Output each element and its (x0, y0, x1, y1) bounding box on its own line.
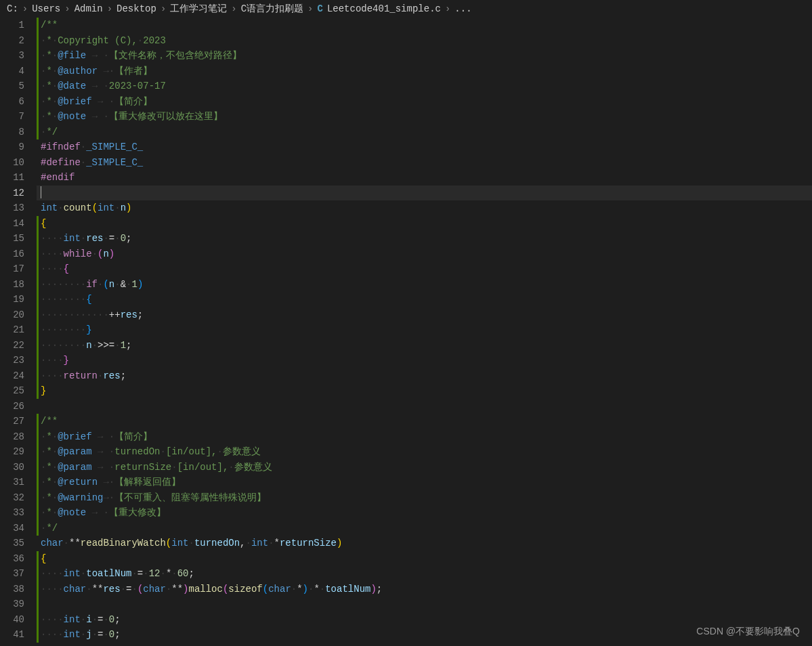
code-line[interactable]: ·*·@return →·【解释返回值】 (37, 475, 812, 490)
line-number: 6 (0, 94, 24, 110)
code-line[interactable]: ·*·@note → ·【重大修改】 (37, 505, 812, 521)
line-number: 17 (0, 261, 24, 277)
code-line[interactable]: ·*·@brief → ·【简介】 (37, 429, 812, 445)
git-gutter-added (37, 277, 39, 293)
code-line[interactable]: ····char·**res·=·(char·**)malloc(sizeof(… (37, 582, 812, 597)
code-line[interactable] (37, 186, 812, 201)
code-line[interactable]: ····return·res; (37, 368, 812, 384)
git-gutter-added (37, 490, 39, 506)
code-line[interactable]: char·**readBinaryWatch(int·turnedOn,·int… (37, 536, 812, 551)
crumb-root[interactable]: C: (7, 3, 18, 14)
git-gutter-added (37, 460, 39, 475)
line-number: 27 (0, 414, 24, 429)
code-line[interactable]: /** (37, 18, 812, 33)
code-line[interactable]: ·*·@param → ·returnSize·[in/out],·参数意义 (37, 460, 812, 475)
git-gutter-added (37, 627, 39, 643)
git-gutter-added (37, 353, 39, 368)
crumb-folder-leetcode[interactable]: C语言力扣刷题 (241, 3, 303, 15)
crumb-more[interactable]: ... (454, 3, 471, 14)
line-number: 32 (0, 490, 24, 506)
code-line[interactable]: ········} (37, 322, 812, 338)
git-gutter-added (37, 597, 39, 612)
code-editor[interactable]: 1234567891011121314151617181920212223242… (0, 18, 812, 646)
git-gutter-added (37, 109, 39, 125)
code-line[interactable]: ········{ (37, 292, 812, 307)
line-number: 3 (0, 48, 24, 64)
code-content[interactable]: /**·*·Copyright (C),·2023·*·@file → ·【文件… (37, 18, 812, 646)
code-line[interactable]: ····int·j·=·0; (37, 627, 812, 643)
code-line[interactable]: ·*·@author →·【作者】 (37, 64, 812, 79)
line-number: 16 (0, 246, 24, 262)
line-number: 30 (0, 460, 24, 475)
line-number: 39 (0, 597, 24, 612)
code-line[interactable]: /** (37, 414, 812, 429)
git-gutter-added (37, 307, 39, 323)
code-line[interactable]: ·*·@param → ·turnedOn·[in/out],·参数意义 (37, 444, 812, 460)
git-gutter-added (37, 444, 39, 460)
line-number: 7 (0, 109, 24, 125)
line-number: 22 (0, 338, 24, 353)
git-gutter-added (37, 475, 39, 490)
code-line[interactable]: ·*·Copyright (C),·2023 (37, 33, 812, 49)
crumb-folder-notes[interactable]: 工作学习笔记 (170, 3, 227, 15)
code-line[interactable]: #define·_SIMPLE_C_ (37, 155, 812, 171)
line-number: 4 (0, 64, 24, 79)
git-gutter-added (37, 292, 39, 307)
line-number: 35 (0, 536, 24, 551)
line-number: 38 (0, 582, 24, 597)
code-line[interactable]: #ifndef·_SIMPLE_C_ (37, 139, 812, 155)
code-line[interactable]: ····{ (37, 261, 812, 277)
code-line[interactable]: #endif (37, 170, 812, 186)
git-gutter-added (37, 64, 39, 79)
code-line[interactable]: { (37, 551, 812, 567)
line-number: 21 (0, 322, 24, 338)
git-gutter-added (37, 566, 39, 582)
line-number: 33 (0, 505, 24, 521)
code-line[interactable]: ·*·@date → ·2023-07-17 (37, 79, 812, 94)
crumb-filename[interactable]: Leetcode401_simple.c (327, 3, 441, 14)
line-number: 12 (0, 186, 24, 201)
breadcrumb[interactable]: C: › Users › Admin › Desktop › 工作学习笔记 › … (0, 0, 812, 18)
code-line[interactable]: ····int·res·=·0; (37, 231, 812, 246)
code-line[interactable]: ·*/ (37, 521, 812, 536)
chevron-right-icon: › (107, 3, 112, 14)
chevron-right-icon: › (307, 3, 313, 14)
git-gutter-added (37, 94, 39, 110)
code-line[interactable]: ····while·(n) (37, 246, 812, 262)
code-line[interactable]: ·*·@brief → ·【简介】 (37, 94, 812, 110)
code-line[interactable]: ····int·i·=·0; (37, 612, 812, 628)
git-gutter-added (37, 216, 39, 232)
crumb-desktop[interactable]: Desktop (116, 3, 156, 14)
code-line[interactable]: ····int·toatlNum·=·12·*·60; (37, 566, 812, 582)
code-line[interactable]: ·*·@note → ·【重大修改可以放在这里】 (37, 109, 812, 125)
code-line[interactable] (37, 597, 812, 612)
chevron-right-icon: › (161, 3, 166, 14)
code-line[interactable]: ········n·>>=·1; (37, 338, 812, 353)
code-line[interactable]: ············++res; (37, 307, 812, 323)
git-gutter-added (37, 79, 39, 94)
code-line[interactable]: int·count(int·n) (37, 200, 812, 216)
line-number: 1 (0, 18, 24, 33)
code-line[interactable]: ·*·@warning→·【不可重入、阻塞等属性特殊说明】 (37, 490, 812, 506)
line-number: 40 (0, 612, 24, 628)
code-line[interactable]: ·*·@file → ·【文件名称，不包含绝对路径】 (37, 48, 812, 64)
line-number: 10 (0, 155, 24, 171)
code-line[interactable]: ········if·(n·&·1) (37, 277, 812, 293)
chevron-right-icon: › (445, 3, 450, 14)
line-number: 36 (0, 551, 24, 567)
git-gutter-added (37, 521, 39, 536)
crumb-users[interactable]: Users (32, 3, 60, 14)
git-gutter-added (37, 505, 39, 521)
code-line[interactable]: ····} (37, 353, 812, 368)
git-gutter-added (37, 48, 39, 64)
code-line[interactable]: { (37, 216, 812, 232)
line-number: 9 (0, 139, 24, 155)
code-line[interactable]: ·*/ (37, 125, 812, 140)
chevron-right-icon: › (22, 3, 28, 14)
line-number: 29 (0, 444, 24, 460)
git-gutter-added (37, 18, 39, 33)
code-line[interactable] (37, 399, 812, 414)
code-line[interactable]: } (37, 383, 812, 399)
crumb-admin[interactable]: Admin (74, 3, 103, 14)
c-file-icon: C (318, 3, 323, 14)
